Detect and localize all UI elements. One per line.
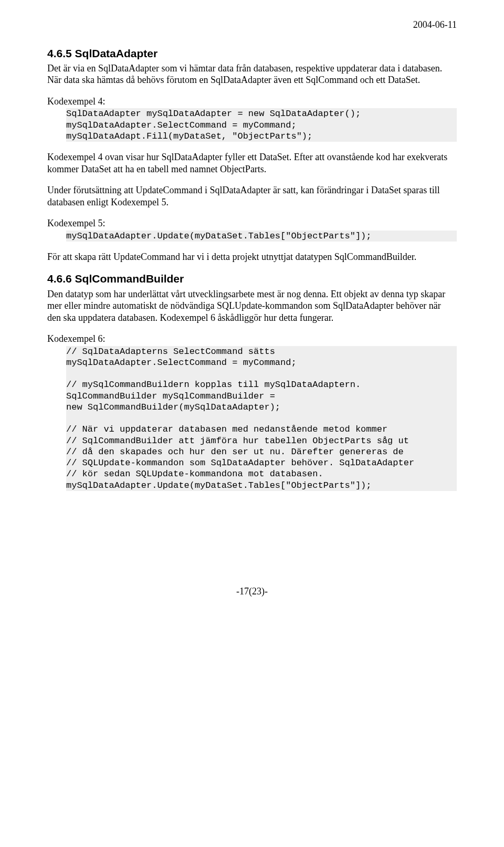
code-label-4: Kodexempel 4: <box>47 96 457 108</box>
paragraph: Under förutsättning att UpdateCommand i … <box>47 184 457 208</box>
paragraph: Kodexempel 4 ovan visar hur SqlDataAdapt… <box>47 151 457 175</box>
code-block-5: mySqlDataAdapter.Update(myDataSet.Tables… <box>66 231 457 242</box>
code-label-6: Kodexempel 6: <box>47 333 457 345</box>
section-heading-465: 4.6.5 SqlDataAdapter <box>47 47 457 60</box>
code-block-4-wrap: SqlDataAdapter mySqlDataAdapter = new Sq… <box>47 108 457 142</box>
page-footer: -17(23)- <box>47 585 457 598</box>
paragraph: Den datatyp som har underlättat vårt utv… <box>47 288 457 324</box>
section-heading-466: 4.6.6 SqlCommandBuilder <box>47 272 457 286</box>
paragraph: Det är via en SqlDataAdapter som vi hämt… <box>47 62 457 86</box>
code-block-6-wrap: // SqlDataAdapterns SelectCommand sätts … <box>47 346 457 491</box>
paragraph: För att skapa rätt UpdateCommand har vi … <box>47 251 457 263</box>
code-block-5-wrap: mySqlDataAdapter.Update(myDataSet.Tables… <box>47 231 457 242</box>
code-block-4: SqlDataAdapter mySqlDataAdapter = new Sq… <box>66 108 457 142</box>
code-label-5: Kodexempel 5: <box>47 217 457 229</box>
page-date: 2004-06-11 <box>47 19 457 31</box>
document-page: 2004-06-11 4.6.5 SqlDataAdapter Det är v… <box>0 0 504 618</box>
code-block-6: // SqlDataAdapterns SelectCommand sätts … <box>66 346 457 491</box>
